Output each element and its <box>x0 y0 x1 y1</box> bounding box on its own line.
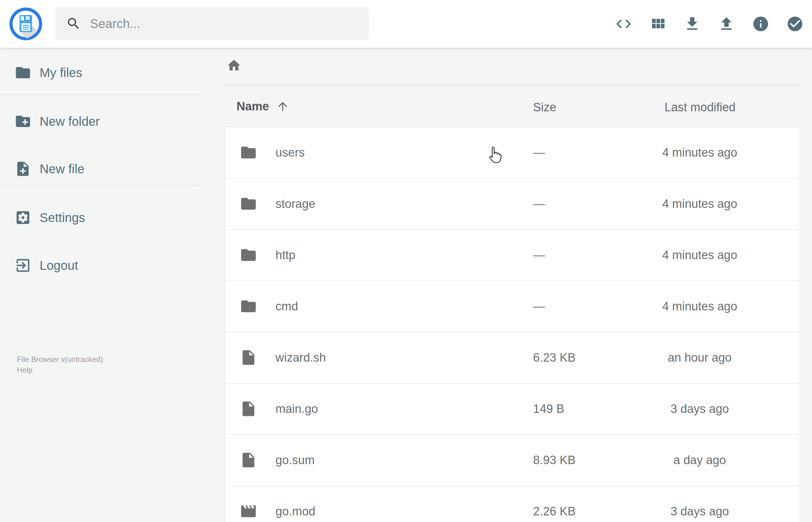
sidebar-footer: File Browser v(untracked) Help <box>17 354 103 376</box>
code-view-button[interactable] <box>615 15 632 33</box>
upload-button[interactable] <box>718 15 735 33</box>
file-modified: 3 days ago <box>631 486 769 522</box>
file-modified: an hour ago <box>631 333 769 383</box>
table-row[interactable]: main.go 149 B 3 days ago <box>225 384 800 435</box>
file-name: wizard.sh <box>276 333 326 383</box>
breadcrumb-divider <box>224 85 800 86</box>
table-row[interactable]: go.mod 2.26 KB 3 days ago <box>225 486 800 522</box>
sidebar-item-new-file[interactable]: New file <box>0 153 199 185</box>
file-size: — <box>533 127 545 178</box>
file-name: main.go <box>276 384 318 434</box>
version-link[interactable]: File Browser v(untracked) <box>17 354 103 365</box>
file-modified: 4 minutes ago <box>631 230 769 281</box>
grid-view-button[interactable] <box>649 15 667 33</box>
file-icon <box>240 451 257 469</box>
breadcrumb-home-button[interactable] <box>226 58 242 73</box>
file-icon <box>240 400 257 418</box>
folder-plus-icon <box>15 113 32 130</box>
folder-icon <box>240 298 257 315</box>
logout-icon <box>15 257 32 274</box>
file-name: storage <box>276 179 316 229</box>
table-row[interactable]: wizard.sh 6.23 KB an hour ago <box>225 333 800 384</box>
sidebar-item-new-folder[interactable]: New folder <box>0 106 199 137</box>
file-size: 2.26 KB <box>533 486 575 522</box>
column-header-name[interactable]: Name <box>237 99 289 114</box>
table-row[interactable]: http — 4 minutes ago <box>225 230 800 281</box>
sidebar-item-my-files[interactable]: My files <box>0 57 199 88</box>
upload-icon <box>718 15 735 33</box>
help-link[interactable]: Help <box>17 365 103 376</box>
search-input[interactable] <box>90 14 369 33</box>
table-row[interactable]: go.sum 8.93 KB a day ago <box>225 435 800 486</box>
sidebar-item-label: Logout <box>40 259 78 273</box>
file-list: users — 4 minutes ago storage — 4 minute… <box>224 127 800 522</box>
home-icon <box>226 58 242 73</box>
info-icon <box>752 15 770 33</box>
search-bar[interactable] <box>55 7 369 40</box>
file-modified: a day ago <box>631 435 769 485</box>
file-name: cmd <box>276 281 298 332</box>
view-module-icon <box>649 15 667 33</box>
file-name: http <box>276 230 295 281</box>
movie-icon <box>240 502 257 520</box>
file-size: — <box>533 281 545 332</box>
sidebar-item-label: New folder <box>40 115 100 128</box>
sort-ascending-icon <box>276 100 289 113</box>
sidebar: My files New folder New file Settings Lo… <box>0 48 199 522</box>
file-modified: 4 minutes ago <box>631 127 769 178</box>
file-modified: 4 minutes ago <box>631 281 769 332</box>
sidebar-divider <box>0 94 199 95</box>
table-row[interactable]: storage — 4 minutes ago <box>225 179 800 230</box>
sidebar-divider <box>0 185 199 186</box>
download-icon <box>683 15 701 33</box>
file-size: — <box>533 179 545 229</box>
file-name: users <box>276 127 305 178</box>
file-icon <box>240 349 257 366</box>
file-name: go.mod <box>276 486 316 522</box>
file-size: 149 B <box>533 384 564 434</box>
file-plus-icon <box>15 160 32 177</box>
file-size: 8.93 KB <box>533 435 575 485</box>
column-header-size[interactable]: Size <box>533 101 556 114</box>
settings-icon <box>15 209 32 226</box>
folder-icon <box>15 64 32 81</box>
folder-icon <box>240 144 257 161</box>
sidebar-item-label: New file <box>40 162 84 176</box>
download-button[interactable] <box>683 15 701 33</box>
table-row[interactable]: cmd — 4 minutes ago <box>225 281 800 333</box>
folder-icon <box>240 246 257 264</box>
info-button[interactable] <box>752 15 770 33</box>
table-row[interactable]: users — 4 minutes ago <box>225 127 800 179</box>
sidebar-item-settings[interactable]: Settings <box>0 202 199 233</box>
header-actions <box>615 15 804 33</box>
file-size: 6.23 KB <box>533 333 575 383</box>
code-icon <box>615 15 632 33</box>
check-circle-icon <box>786 15 804 33</box>
file-modified: 4 minutes ago <box>631 179 769 229</box>
sidebar-item-logout[interactable]: Logout <box>0 250 199 281</box>
app-logo-icon[interactable] <box>9 7 43 41</box>
file-modified: 3 days ago <box>631 384 769 434</box>
search-icon <box>66 16 81 31</box>
folder-icon <box>240 195 257 213</box>
select-multiple-button[interactable] <box>786 15 804 33</box>
column-header-modified[interactable]: Last modified <box>631 101 769 114</box>
sidebar-item-label: Settings <box>40 211 85 225</box>
file-size: — <box>533 230 545 281</box>
app-header <box>0 0 812 48</box>
file-name: go.sum <box>276 435 315 485</box>
sidebar-item-label: My files <box>40 66 82 80</box>
